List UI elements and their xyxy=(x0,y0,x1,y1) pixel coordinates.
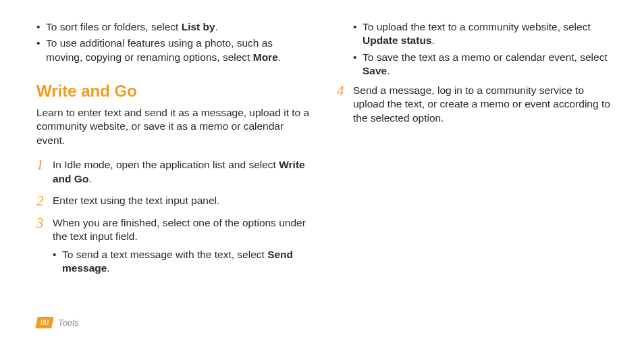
step-item: 1 In Idle mode, open the application lis… xyxy=(36,158,310,186)
step-number: 1 xyxy=(36,156,44,175)
list-item: To sort files or folders, select List by… xyxy=(36,20,310,34)
text: . xyxy=(215,21,218,32)
bold-text: List by xyxy=(182,21,215,32)
list-item: To use additional features using a photo… xyxy=(36,36,310,64)
bold-text: Save xyxy=(363,65,387,76)
left-column: To sort files or folders, select List by… xyxy=(36,20,310,284)
text: When you are finished, select one of the… xyxy=(53,217,306,242)
text: To save the text as a memo or calendar e… xyxy=(363,51,608,63)
steps-list-cont: 4 Send a message, log in to a community … xyxy=(337,84,610,125)
page-number-badge: 80 xyxy=(35,317,54,328)
text: . xyxy=(432,34,435,46)
section-intro: Learn to enter text and send it as a mes… xyxy=(36,106,310,147)
text: In Idle mode, open the application list … xyxy=(53,159,279,170)
steps-list: 1 In Idle mode, open the application lis… xyxy=(36,158,310,275)
text: To upload the text to a community websit… xyxy=(363,21,591,32)
sub-bullet-list: To upload the text to a community websit… xyxy=(353,20,610,78)
step-number: 2 xyxy=(36,192,44,211)
text: . xyxy=(278,51,281,63)
right-column: To upload the text to a community websit… xyxy=(337,20,610,284)
step-item: 3 When you are finished, select one of t… xyxy=(36,216,310,276)
bold-text: More xyxy=(253,51,278,63)
step-item: 4 Send a message, log in to a community … xyxy=(337,84,610,125)
intro-bullet-list: To sort files or folders, select List by… xyxy=(36,20,310,64)
footer-section-label: Tools xyxy=(58,318,79,328)
two-column-layout: To sort files or folders, select List by… xyxy=(36,20,610,284)
text: . xyxy=(387,65,390,76)
section-heading: Write and Go xyxy=(36,80,310,102)
list-item: To send a text message with the text, se… xyxy=(53,248,310,276)
step-number: 4 xyxy=(337,82,344,101)
bold-text: Update status xyxy=(363,34,432,46)
sub-bullet-list: To send a text message with the text, se… xyxy=(53,248,310,276)
text: Enter text using the text input panel. xyxy=(53,195,219,206)
list-item: To upload the text to a community websit… xyxy=(353,20,610,48)
page-number: 80 xyxy=(41,318,49,328)
text: . xyxy=(107,262,109,274)
step3-continuation: To upload the text to a community websit… xyxy=(337,20,610,78)
text: To use additional features using a photo… xyxy=(46,37,273,62)
text: To send a text message with the text, se… xyxy=(62,249,267,260)
manual-page: To sort files or folders, select List by… xyxy=(0,0,644,350)
text: To sort files or folders, select xyxy=(46,21,182,32)
page-footer: 80 Tools xyxy=(36,317,79,328)
text: Send a message, log in to a community se… xyxy=(353,84,610,124)
text: . xyxy=(88,173,91,184)
list-item: To save the text as a memo or calendar e… xyxy=(353,51,610,78)
step-item: 2 Enter text using the text input panel. xyxy=(36,194,310,207)
step-number: 3 xyxy=(36,214,44,233)
